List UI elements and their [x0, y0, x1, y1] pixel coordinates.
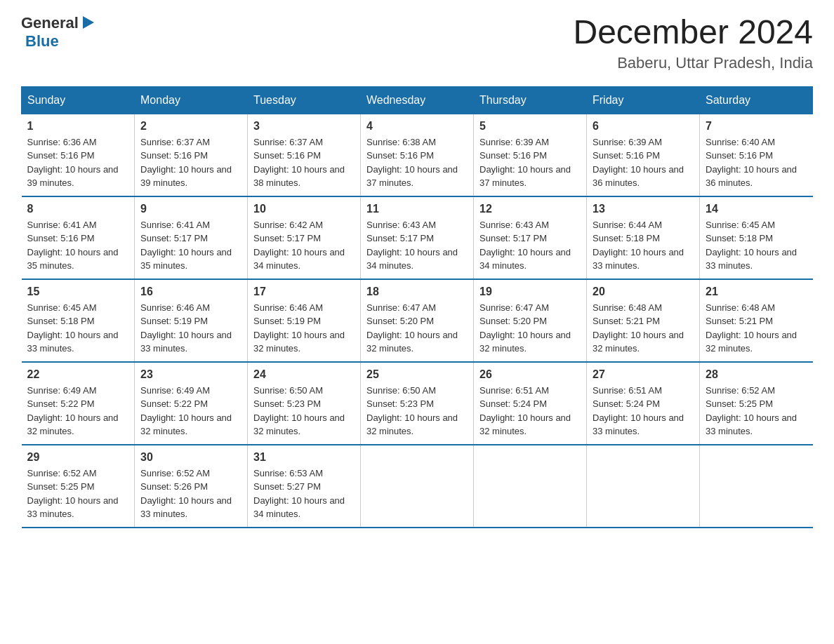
table-row: 7 Sunrise: 6:40 AM Sunset: 5:16 PM Dayli… [700, 114, 813, 196]
table-row: 8 Sunrise: 6:41 AM Sunset: 5:16 PM Dayli… [22, 196, 135, 279]
header-sunday: Sunday [22, 86, 135, 114]
calendar-table: Sunday Monday Tuesday Wednesday Thursday… [21, 86, 813, 528]
day-info: Sunrise: 6:39 AM Sunset: 5:16 PM Dayligh… [479, 135, 581, 190]
day-number: 19 [479, 286, 581, 298]
daylight-label: Daylight: 10 hours and 33 minutes. [706, 412, 797, 437]
svg-marker-0 [83, 16, 94, 29]
sunrise-label: Sunrise: 6:37 AM [140, 137, 210, 147]
day-info: Sunrise: 6:40 AM Sunset: 5:16 PM Dayligh… [706, 135, 807, 190]
day-info: Sunrise: 6:46 AM Sunset: 5:19 PM Dayligh… [253, 301, 355, 356]
table-row: 29 Sunrise: 6:52 AM Sunset: 5:25 PM Dayl… [22, 445, 135, 528]
daylight-label: Daylight: 10 hours and 36 minutes. [593, 164, 684, 189]
day-info: Sunrise: 6:42 AM Sunset: 5:17 PM Dayligh… [253, 218, 355, 273]
daylight-label: Daylight: 10 hours and 33 minutes. [140, 330, 232, 354]
daylight-label: Daylight: 10 hours and 32 minutes. [366, 412, 458, 437]
day-info: Sunrise: 6:41 AM Sunset: 5:16 PM Dayligh… [27, 218, 129, 273]
sunrise-label: Sunrise: 6:39 AM [593, 137, 662, 147]
table-row: 24 Sunrise: 6:50 AM Sunset: 5:23 PM Dayl… [248, 362, 361, 445]
day-number: 11 [366, 203, 468, 215]
header-saturday: Saturday [700, 86, 813, 114]
sunset-label: Sunset: 5:16 PM [27, 150, 95, 161]
day-info: Sunrise: 6:41 AM Sunset: 5:17 PM Dayligh… [140, 218, 241, 273]
day-info: Sunrise: 6:46 AM Sunset: 5:19 PM Dayligh… [140, 301, 241, 356]
day-number: 4 [366, 120, 468, 133]
sunset-label: Sunset: 5:17 PM [253, 233, 321, 243]
sunrise-label: Sunrise: 6:50 AM [253, 385, 323, 396]
daylight-label: Daylight: 10 hours and 34 minutes. [366, 247, 458, 271]
table-row: 23 Sunrise: 6:49 AM Sunset: 5:22 PM Dayl… [135, 362, 248, 445]
header-friday: Friday [587, 86, 700, 114]
daylight-label: Daylight: 10 hours and 32 minutes. [593, 330, 684, 354]
day-number: 23 [140, 368, 241, 381]
day-number: 5 [479, 120, 581, 133]
day-number: 31 [253, 451, 355, 464]
sunrise-label: Sunrise: 6:43 AM [366, 220, 436, 230]
daylight-label: Daylight: 10 hours and 33 minutes. [140, 495, 232, 520]
day-info: Sunrise: 6:49 AM Sunset: 5:22 PM Dayligh… [140, 384, 241, 438]
day-info: Sunrise: 6:45 AM Sunset: 5:18 PM Dayligh… [27, 301, 129, 356]
sunset-label: Sunset: 5:19 PM [253, 316, 321, 326]
sunset-label: Sunset: 5:23 PM [253, 398, 321, 409]
day-info: Sunrise: 6:50 AM Sunset: 5:23 PM Dayligh… [366, 384, 468, 438]
sunrise-label: Sunrise: 6:52 AM [27, 468, 97, 478]
day-info: Sunrise: 6:48 AM Sunset: 5:21 PM Dayligh… [593, 301, 694, 356]
daylight-label: Daylight: 10 hours and 32 minutes. [253, 330, 345, 354]
sunset-label: Sunset: 5:18 PM [27, 316, 95, 326]
day-number: 2 [140, 120, 241, 133]
logo-blue-text: Blue [25, 32, 59, 50]
day-info: Sunrise: 6:48 AM Sunset: 5:21 PM Dayligh… [706, 301, 807, 356]
daylight-label: Daylight: 10 hours and 33 minutes. [706, 247, 797, 271]
sunset-label: Sunset: 5:16 PM [253, 150, 321, 161]
sunrise-label: Sunrise: 6:37 AM [253, 137, 323, 147]
table-row [361, 445, 474, 528]
sunrise-label: Sunrise: 6:52 AM [140, 468, 210, 478]
table-row: 19 Sunrise: 6:47 AM Sunset: 5:20 PM Dayl… [474, 279, 587, 362]
daylight-label: Daylight: 10 hours and 33 minutes. [27, 330, 119, 354]
sunset-label: Sunset: 5:17 PM [366, 233, 434, 243]
table-row: 15 Sunrise: 6:45 AM Sunset: 5:18 PM Dayl… [22, 279, 135, 362]
sunset-label: Sunset: 5:16 PM [706, 150, 773, 161]
sunrise-label: Sunrise: 6:52 AM [706, 385, 775, 396]
daylight-label: Daylight: 10 hours and 36 minutes. [706, 164, 797, 189]
sunset-label: Sunset: 5:20 PM [366, 316, 434, 326]
day-info: Sunrise: 6:43 AM Sunset: 5:17 PM Dayligh… [479, 218, 581, 273]
sunset-label: Sunset: 5:24 PM [593, 398, 660, 409]
daylight-label: Daylight: 10 hours and 35 minutes. [27, 247, 119, 271]
sunset-label: Sunset: 5:26 PM [140, 481, 208, 492]
table-row: 20 Sunrise: 6:48 AM Sunset: 5:21 PM Dayl… [587, 279, 700, 362]
calendar-header-row: Sunday Monday Tuesday Wednesday Thursday… [22, 86, 813, 114]
day-info: Sunrise: 6:37 AM Sunset: 5:16 PM Dayligh… [253, 135, 355, 190]
sunset-label: Sunset: 5:18 PM [706, 233, 773, 243]
table-row: 26 Sunrise: 6:51 AM Sunset: 5:24 PM Dayl… [474, 362, 587, 445]
table-row: 13 Sunrise: 6:44 AM Sunset: 5:18 PM Dayl… [587, 196, 700, 279]
sunset-label: Sunset: 5:25 PM [27, 481, 95, 492]
sunset-label: Sunset: 5:20 PM [479, 316, 547, 326]
table-row [700, 445, 813, 528]
day-number: 9 [140, 203, 241, 215]
day-number: 27 [593, 368, 694, 381]
day-info: Sunrise: 6:52 AM Sunset: 5:25 PM Dayligh… [27, 467, 129, 521]
table-row: 14 Sunrise: 6:45 AM Sunset: 5:18 PM Dayl… [700, 196, 813, 279]
table-row: 27 Sunrise: 6:51 AM Sunset: 5:24 PM Dayl… [587, 362, 700, 445]
sunset-label: Sunset: 5:16 PM [479, 150, 547, 161]
sunset-label: Sunset: 5:16 PM [140, 150, 208, 161]
sunset-label: Sunset: 5:21 PM [593, 316, 660, 326]
sunset-label: Sunset: 5:18 PM [593, 233, 660, 243]
sunrise-label: Sunrise: 6:53 AM [253, 468, 323, 478]
sunrise-label: Sunrise: 6:36 AM [27, 137, 97, 147]
table-row: 10 Sunrise: 6:42 AM Sunset: 5:17 PM Dayl… [248, 196, 361, 279]
table-row: 3 Sunrise: 6:37 AM Sunset: 5:16 PM Dayli… [248, 114, 361, 196]
calendar-week-row: 1 Sunrise: 6:36 AM Sunset: 5:16 PM Dayli… [22, 114, 813, 196]
header-tuesday: Tuesday [248, 86, 361, 114]
day-number: 1 [27, 120, 129, 133]
day-number: 16 [140, 286, 241, 298]
daylight-label: Daylight: 10 hours and 34 minutes. [479, 247, 571, 271]
table-row: 5 Sunrise: 6:39 AM Sunset: 5:16 PM Dayli… [474, 114, 587, 196]
sunset-label: Sunset: 5:16 PM [366, 150, 434, 161]
sunset-label: Sunset: 5:21 PM [706, 316, 773, 326]
sunrise-label: Sunrise: 6:45 AM [27, 302, 97, 313]
daylight-label: Daylight: 10 hours and 38 minutes. [253, 164, 345, 189]
sunrise-label: Sunrise: 6:47 AM [366, 302, 436, 313]
day-number: 12 [479, 203, 581, 215]
table-row: 11 Sunrise: 6:43 AM Sunset: 5:17 PM Dayl… [361, 196, 474, 279]
